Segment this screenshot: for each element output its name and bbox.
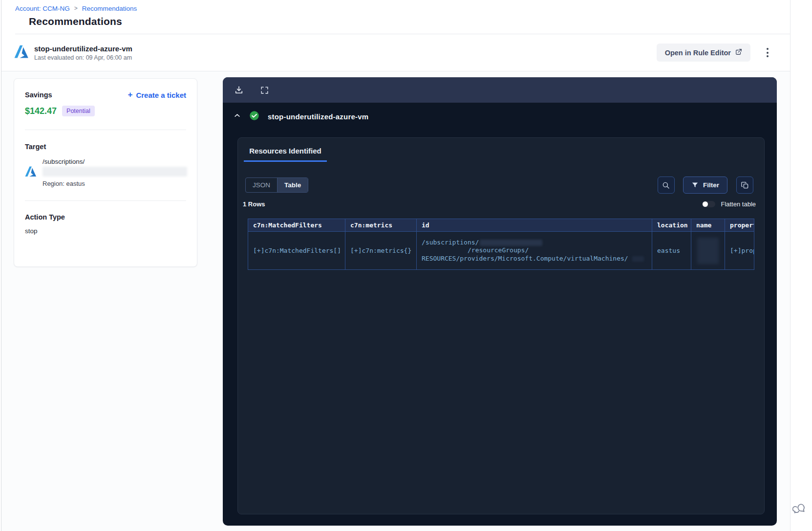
view-toggle-json[interactable]: JSON <box>246 178 278 192</box>
panel-rule-name: stop-underutilized-azure-vm <box>268 112 368 121</box>
action-type-value: stop <box>25 227 186 235</box>
resources-table-wrapper: c7n:MatchedFilters c7n:metrics id locati… <box>248 219 754 270</box>
target-region: Region: eastus <box>43 180 187 187</box>
view-toggle-table[interactable]: Table <box>278 178 308 192</box>
column-header-id[interactable]: id <box>417 219 652 232</box>
tab-bar: Resources Identified <box>238 138 764 162</box>
azure-logo-icon <box>14 44 29 61</box>
id-line-3: RESOURCES/providers/Microsoft.Compute/vi… <box>422 255 628 262</box>
rule-last-evaluated: Last evaluated on: 09 Apr, 06:00 am <box>34 54 132 61</box>
open-in-rule-editor-button[interactable]: Open in Rule Editor <box>657 44 750 62</box>
panel-toolbar <box>223 77 777 103</box>
tab-resources-identified[interactable]: Resources Identified <box>244 147 327 162</box>
copy-button[interactable] <box>736 177 753 194</box>
card-divider <box>25 200 186 201</box>
external-link-icon <box>735 48 742 57</box>
chat-support-icon[interactable] <box>792 502 807 516</box>
cell-metrics-expand[interactable]: [+]c7n:metrics{} <box>345 232 417 270</box>
filter-label: Filter <box>703 181 719 189</box>
table-header-row: c7n:MatchedFilters c7n:metrics id locati… <box>248 219 755 232</box>
cell-location: eastus <box>652 232 691 270</box>
column-header-properties[interactable]: propert <box>725 219 755 232</box>
plus-icon: + <box>128 90 133 99</box>
target-path: /subscriptions/ <box>43 158 187 165</box>
id-line-2: /resourceGroups/ <box>422 246 647 255</box>
column-header-location[interactable]: location <box>652 219 691 232</box>
app-window: Account: CCM-NG > Recommendations Recomm… <box>1 0 791 531</box>
content-area: Savings + Create a ticket $142.47 Potent… <box>1 71 790 531</box>
column-header-metrics[interactable]: c7n:metrics <box>345 219 417 232</box>
redacted-vm-name <box>632 256 644 262</box>
breadcrumb-recommendations-link[interactable]: Recommendations <box>82 5 137 12</box>
rule-result-row: stop-underutilized-azure-vm <box>223 104 777 129</box>
id-line-1: /subscriptions/ <box>422 239 479 246</box>
create-ticket-label: Create a ticket <box>136 91 186 99</box>
copy-icon <box>741 181 749 190</box>
flatten-table-label: Flatten table <box>721 200 756 208</box>
check-circle-icon <box>249 111 259 123</box>
flatten-table-toggle[interactable] <box>702 201 715 207</box>
cell-id: /subscriptions/ /resourceGroups/ RESOURC… <box>417 232 652 270</box>
rule-header: stop-underutilized-azure-vm Last evaluat… <box>1 34 790 71</box>
rows-count: 1 Rows <box>243 200 265 208</box>
table-meta-row: 1 Rows Flatten table <box>243 200 756 208</box>
open-in-rule-editor-label: Open in Rule Editor <box>665 49 731 57</box>
action-type-label: Action Type <box>25 213 186 221</box>
column-header-name[interactable]: name <box>691 219 725 232</box>
cell-matchedfilters-expand[interactable]: [+]c7n:MatchedFilters[] <box>248 232 345 270</box>
cell-properties-expand[interactable]: [+]prop <box>725 232 755 270</box>
savings-potential-badge: Potential <box>62 106 95 116</box>
page-title: Recommendations <box>29 16 790 27</box>
azure-logo-icon-small <box>25 166 37 179</box>
recommendation-details-card: Savings + Create a ticket $142.47 Potent… <box>14 78 197 267</box>
breadcrumb-chevron-icon: > <box>74 5 78 12</box>
redacted-subscription-id <box>43 167 187 177</box>
target-label: Target <box>25 143 186 151</box>
page-header: Account: CCM-NG > Recommendations Recomm… <box>1 0 790 34</box>
savings-label: Savings <box>25 91 52 99</box>
rule-identity: stop-underutilized-azure-vm Last evaluat… <box>14 44 132 61</box>
breadcrumb-account-link[interactable]: Account: CCM-NG <box>15 5 70 12</box>
resources-card: Resources Identified JSON Table <box>237 137 765 514</box>
view-toggle: JSON Table <box>245 177 308 193</box>
table-row: [+]c7n:MatchedFilters[] [+]c7n:metrics{}… <box>248 232 755 270</box>
download-icon[interactable] <box>234 85 244 95</box>
fullscreen-icon[interactable] <box>260 86 269 95</box>
card-divider <box>25 130 186 130</box>
search-button[interactable] <box>658 177 675 194</box>
kebab-menu-icon[interactable] <box>765 46 770 59</box>
redacted-subscription-id <box>480 240 542 246</box>
redacted-name-value <box>697 238 719 264</box>
table-controls: JSON Table Filter <box>245 177 753 194</box>
savings-amount: $142.47 <box>25 106 57 116</box>
filter-button[interactable]: Filter <box>683 177 727 194</box>
column-header-matchedfilters[interactable]: c7n:MatchedFilters <box>248 219 345 232</box>
cell-name <box>691 232 725 270</box>
chevron-up-icon[interactable] <box>234 112 241 121</box>
create-ticket-button[interactable]: + Create a ticket <box>128 91 187 99</box>
rule-name: stop-underutilized-azure-vm <box>34 44 132 53</box>
evaluation-results-panel: stop-underutilized-azure-vm Resources Id… <box>223 77 777 526</box>
search-icon <box>662 181 670 190</box>
breadcrumb: Account: CCM-NG > Recommendations <box>15 5 790 12</box>
filter-funnel-icon <box>691 181 699 189</box>
resources-table: c7n:MatchedFilters c7n:metrics id locati… <box>248 219 754 270</box>
